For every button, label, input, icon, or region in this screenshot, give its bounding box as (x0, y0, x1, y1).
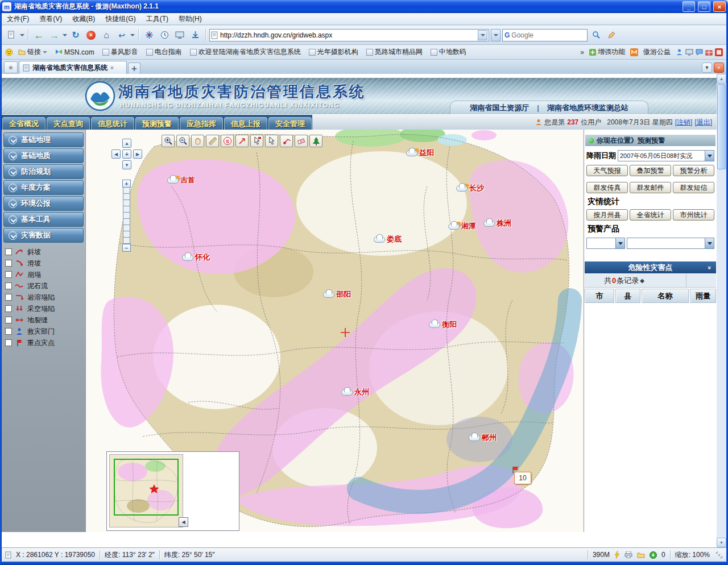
snapshot-s-tool[interactable]: S (221, 135, 234, 147)
pan-left-button[interactable]: ◀ (111, 149, 121, 159)
zoom-level-tick[interactable] (123, 206, 130, 213)
page-scrollbar[interactable]: ▲ ▼ (717, 74, 726, 547)
link-hunan-geohazard[interactable]: 欢迎登陆湖南省地质灾害信息系统 (187, 46, 304, 58)
smiley-icon[interactable] (5, 48, 13, 56)
menu-favorites[interactable]: 收藏(B) (67, 13, 100, 26)
layer-checkbox-landslide[interactable] (5, 260, 12, 267)
favorites-star-icon[interactable]: ★ (4, 61, 18, 73)
link-msn[interactable]: MSN.com (52, 47, 97, 57)
menu-groups[interactable]: 快捷组(G) (100, 13, 140, 26)
chat-icon[interactable] (696, 49, 703, 56)
monthly-county-stats-button[interactable]: 按月州县 (586, 209, 628, 221)
plugin-icon[interactable] (142, 28, 156, 42)
refresh-button[interactable]: ↻ (69, 28, 82, 42)
weather-forecast-button[interactable]: 天气预报 (586, 165, 628, 176)
pan-tool[interactable] (191, 135, 204, 147)
sidebar-item-basic-tools[interactable]: 基本工具 (3, 212, 84, 227)
link-land-resources-dept[interactable]: 湖南省国土资源厅 (462, 103, 537, 113)
zoom-level-tick[interactable] (123, 219, 130, 225)
link-city-boutique[interactable]: 觅路城市精品网 (363, 46, 425, 58)
redline-tool[interactable] (235, 135, 249, 147)
new-tab-button[interactable]: + (128, 63, 140, 74)
col-rainfall[interactable]: 雨量 (690, 289, 716, 303)
printer-icon[interactable] (624, 551, 632, 558)
pointer-tool[interactable] (265, 135, 278, 147)
sidebar-item-base-geography[interactable]: 基础地理 (3, 132, 84, 147)
resize-grip[interactable] (715, 551, 723, 559)
search-input[interactable] (511, 31, 568, 39)
scrollbar-thumb[interactable] (717, 84, 726, 169)
eraser-tool[interactable] (295, 135, 308, 147)
address-input[interactable] (220, 31, 475, 39)
home-button[interactable]: ⌂ (100, 28, 113, 42)
download-status-icon[interactable] (650, 551, 657, 559)
nav-tab-province-overview[interactable]: 全省概况 (2, 117, 46, 130)
col-county[interactable]: 县 (615, 289, 640, 303)
layer-checkbox-mining[interactable] (5, 305, 12, 312)
layer-checkbox-karst[interactable] (5, 294, 12, 301)
nav-tab-emergency[interactable]: 应急指挥 (180, 117, 223, 130)
sidebar-item-annual-plan[interactable]: 年度方案 (3, 180, 84, 195)
product-item-select[interactable] (627, 238, 714, 249)
layer-checkbox-fissure[interactable] (5, 317, 12, 323)
product-type-select[interactable] (586, 238, 625, 249)
zoom-level-tick[interactable] (123, 188, 130, 194)
sidebar-item-env-bulletin[interactable]: 环境公报 (3, 196, 84, 211)
sort-diamond-icon[interactable]: ◆ (640, 277, 644, 284)
address-dropdown[interactable] (478, 30, 487, 40)
scroll-down-arrow[interactable]: ▼ (717, 538, 726, 547)
tab-close-icon[interactable]: × (110, 65, 114, 71)
maxthon-box-icon[interactable] (630, 48, 638, 56)
bulk-email-button[interactable]: 群发邮件 (630, 182, 671, 193)
new-dropdown-icon[interactable] (20, 34, 24, 36)
pan-right-button[interactable]: ▶ (133, 149, 142, 159)
edit-search-icon[interactable] (605, 28, 618, 42)
new-tab-icon[interactable] (5, 28, 18, 42)
overlay-warning-button[interactable]: 叠加预警 (630, 165, 671, 176)
gift-icon[interactable] (705, 48, 713, 56)
zoom-level-tick[interactable] (123, 200, 130, 206)
tab-active[interactable]: 湖南省地质灾害信息系统 × (19, 61, 127, 74)
restore-button[interactable]: □ (698, 1, 710, 12)
layer-checkbox-rescue[interactable] (5, 328, 12, 335)
screen-icon[interactable] (685, 49, 693, 56)
zoom-out-tool[interactable] (176, 135, 189, 147)
zoom-level-tick[interactable] (123, 213, 130, 219)
search-go-icon[interactable] (589, 28, 603, 42)
nav-tab-forecast-warning[interactable]: 预测预警 (135, 117, 179, 130)
link-zhongdi[interactable]: 中地数码 (428, 46, 469, 58)
link-geo-env-monitor-station[interactable]: 湖南省地质环境监测总站 (539, 103, 636, 113)
inset-collapse-button[interactable]: ◀ (179, 517, 188, 527)
history-clock-icon[interactable] (158, 28, 171, 42)
center-map-button[interactable]: + (122, 149, 131, 159)
overview-map[interactable] (109, 454, 183, 527)
scroll-up-arrow[interactable]: ▲ (717, 74, 726, 84)
undo-button[interactable]: ↩ (115, 28, 129, 42)
zoom-in-tool[interactable] (162, 135, 175, 147)
close-button[interactable]: × (713, 1, 726, 12)
pan-up-button[interactable]: ▲ (122, 139, 131, 148)
menu-help[interactable]: 帮助(H) (173, 13, 207, 26)
nav-tab-site-query[interactable]: 灾点查询 (47, 117, 90, 130)
city-stats-button[interactable]: 市州统计 (673, 209, 714, 221)
history-dropdown-icon[interactable] (63, 34, 67, 36)
pan-down-button[interactable]: ▼ (122, 160, 131, 169)
select-flag-tool[interactable] (250, 135, 263, 147)
back-button[interactable]: ← (32, 28, 46, 42)
snapshot-icon[interactable] (173, 28, 187, 42)
layer-checkbox-slope[interactable] (5, 248, 12, 255)
zoom-level-tick[interactable] (123, 238, 130, 244)
links-overflow-chevron[interactable]: » (580, 48, 584, 56)
measure-tool[interactable] (206, 135, 219, 147)
hotlink-tool[interactable] (280, 135, 293, 147)
layer-checkbox-key-sites[interactable] (5, 339, 12, 346)
exit-link[interactable]: [退出] (694, 118, 712, 127)
danger-sites-header[interactable]: 危险性灾害点 » (585, 261, 716, 273)
bulk-sms-button[interactable]: 群发短信 (673, 182, 714, 193)
zoom-slider-minus[interactable]: − (122, 244, 131, 252)
zoom-level-tick[interactable] (123, 194, 130, 200)
menu-tools[interactable]: 工具(T) (141, 13, 173, 26)
minimize-button[interactable]: _ (682, 1, 695, 12)
menu-view[interactable]: 查看(V) (34, 13, 67, 26)
skin-icon[interactable] (715, 48, 723, 56)
